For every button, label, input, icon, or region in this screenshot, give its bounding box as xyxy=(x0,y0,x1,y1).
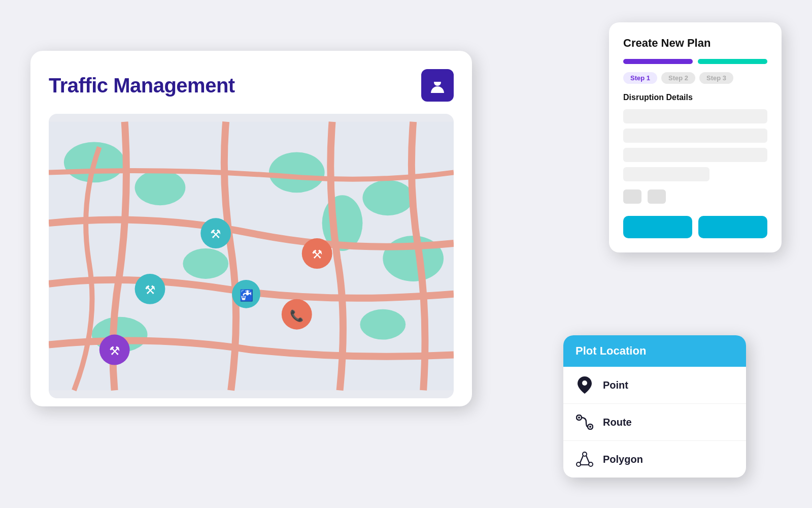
tm-header: Traffic Management xyxy=(49,69,454,102)
svg-text:⚒: ⚒ xyxy=(312,247,323,261)
plan-card-title: Create New Plan xyxy=(623,37,767,50)
svg-text:⚒: ⚒ xyxy=(109,344,120,358)
tm-title: Traffic Management xyxy=(49,74,235,97)
plot-location-title: Plot Location xyxy=(576,344,646,357)
plan-progress-bars xyxy=(623,59,767,64)
step-3-badge[interactable]: Step 3 xyxy=(699,72,733,84)
polygon-label: Polygon xyxy=(603,454,643,465)
disruption-details-label: Disruption Details xyxy=(623,93,767,102)
route-icon xyxy=(576,413,594,431)
plot-item-point[interactable]: Point xyxy=(563,367,746,404)
back-button[interactable] xyxy=(623,216,692,238)
field-1 xyxy=(623,109,767,123)
traffic-management-card: Traffic Management xyxy=(30,51,472,406)
polygon-icon xyxy=(576,450,594,468)
plot-item-polygon[interactable]: Polygon xyxy=(563,441,746,478)
svg-point-12 xyxy=(360,309,405,340)
plot-location-header: Plot Location xyxy=(563,335,746,367)
point-label: Point xyxy=(603,379,628,391)
svg-point-28 xyxy=(578,417,580,419)
create-plan-card: Create New Plan Step 1 Step 2 Step 3 Dis… xyxy=(609,22,782,252)
map-area: ⚒ ⚒ ⚒ 🚰 📞 ⚒ xyxy=(49,114,454,398)
svg-point-7 xyxy=(269,152,325,193)
route-label: Route xyxy=(603,417,632,428)
svg-rect-2 xyxy=(432,80,443,82)
field-2 xyxy=(623,129,767,143)
svg-point-6 xyxy=(183,248,228,279)
svg-point-5 xyxy=(135,170,186,205)
point-icon xyxy=(576,376,594,394)
progress-bar-purple xyxy=(623,59,693,64)
plan-form-fields xyxy=(623,109,767,181)
svg-point-9 xyxy=(362,180,413,215)
plan-checkboxes xyxy=(623,189,767,204)
field-4 xyxy=(623,167,709,181)
svg-point-25 xyxy=(582,380,587,386)
plan-action-buttons xyxy=(623,216,767,238)
progress-bar-teal xyxy=(698,59,767,64)
svg-text:⚒: ⚒ xyxy=(145,283,156,297)
avatar xyxy=(421,69,454,102)
svg-text:📞: 📞 xyxy=(290,309,304,323)
svg-text:⚒: ⚒ xyxy=(210,227,221,241)
step-1-badge[interactable]: Step 1 xyxy=(623,72,657,84)
plan-steps: Step 1 Step 2 Step 3 xyxy=(623,72,767,84)
checkbox-2[interactable] xyxy=(648,189,666,204)
plot-location-card: Plot Location Point Route xyxy=(563,335,746,478)
plot-item-route[interactable]: Route xyxy=(563,404,746,441)
checkbox-1[interactable] xyxy=(623,189,641,204)
field-3 xyxy=(623,148,767,162)
svg-point-29 xyxy=(589,426,591,428)
svg-text:🚰: 🚰 xyxy=(240,289,254,302)
next-button[interactable] xyxy=(698,216,767,238)
step-2-badge[interactable]: Step 2 xyxy=(661,72,695,84)
